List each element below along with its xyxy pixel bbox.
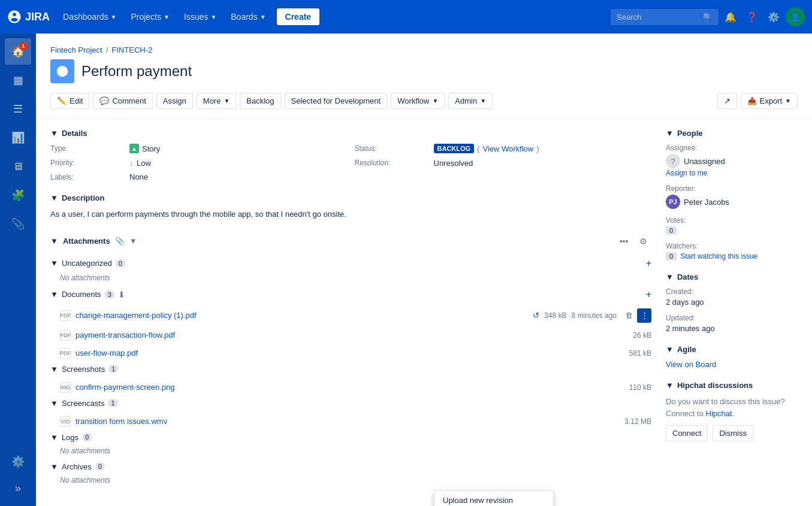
screencasts-category[interactable]: ▼ Screencasts 1 bbox=[50, 396, 651, 410]
file-size-2: 26 kB bbox=[633, 331, 651, 340]
logs-category[interactable]: ▼ Logs 0 bbox=[50, 431, 651, 444]
archives-chevron: ▼ bbox=[50, 462, 58, 471]
help-icon[interactable]: ❓ bbox=[742, 7, 762, 26]
screenshots-chevron: ▼ bbox=[50, 365, 58, 374]
documents-category[interactable]: ▼ Documents 3 ⬇ + bbox=[50, 287, 651, 302]
dashboards-chevron-icon: ▼ bbox=[111, 14, 117, 20]
hipchat-dismiss-button[interactable]: Dismiss bbox=[713, 425, 753, 441]
sidebar-item-home[interactable]: 🏠 1 bbox=[5, 38, 31, 65]
start-watching-link[interactable]: Start watching this issue bbox=[680, 252, 757, 260]
breadcrumb-issue-id[interactable]: FINTECH-2 bbox=[111, 46, 152, 54]
hipchat-section: ▼ Hipchat discussions Do you want to dis… bbox=[666, 381, 798, 441]
agile-section-title[interactable]: ▼ Agile bbox=[666, 345, 798, 354]
attach-settings-button[interactable]: ⚙ bbox=[635, 233, 651, 250]
file-row: PDF payment-transaction-flow.pdf 26 kB bbox=[50, 326, 651, 344]
sidebar-item-monitor[interactable]: 🖥 bbox=[5, 153, 31, 180]
details-section-title[interactable]: ▼ Type: Details bbox=[50, 129, 651, 138]
file-name-screencast-1[interactable]: transition form issues.wmv bbox=[76, 417, 620, 426]
hipchat-link[interactable]: Hipchat bbox=[706, 409, 732, 418]
uncategorized-category[interactable]: ▼ Uncategorized 0 + bbox=[50, 256, 651, 271]
sidebar-item-expand[interactable]: » bbox=[5, 475, 31, 501]
logs-empty: No attachments bbox=[50, 447, 651, 455]
pdf-icon: PDF bbox=[60, 310, 71, 321]
documents-download-icon[interactable]: ⬇ bbox=[118, 290, 125, 299]
notifications-icon[interactable]: 🔔 bbox=[721, 7, 740, 26]
priority-value: ↓ Low bbox=[129, 158, 348, 168]
create-button[interactable]: Create bbox=[277, 8, 320, 25]
edit-button[interactable]: ✏️ Edit bbox=[50, 93, 89, 109]
nav-projects[interactable]: Projects ▼ bbox=[125, 8, 175, 25]
comment-button[interactable]: 💬 Comment bbox=[93, 93, 152, 109]
view-workflow-link[interactable]: View Workflow bbox=[482, 144, 533, 153]
workflow-chevron-icon: ▼ bbox=[432, 98, 438, 104]
backlog-icon: ☰ bbox=[13, 102, 23, 116]
nav-dashboards[interactable]: Dashboards ▼ bbox=[57, 8, 122, 25]
screencasts-chevron: ▼ bbox=[50, 399, 58, 408]
user-avatar[interactable]: 👤 bbox=[786, 7, 805, 26]
export-button[interactable]: 📤 Export ▼ bbox=[741, 93, 798, 109]
settings-icon[interactable]: ⚙️ bbox=[764, 7, 783, 26]
people-section-title[interactable]: ▼ People bbox=[666, 129, 798, 138]
details-collapse-icon: ▼ bbox=[50, 129, 58, 138]
boards-chevron-icon: ▼ bbox=[260, 14, 266, 20]
archives-category[interactable]: ▼ Archives 0 bbox=[50, 460, 651, 474]
description-section-title[interactable]: ▼ Description bbox=[50, 193, 651, 202]
file-name-3[interactable]: user-flow-map.pdf bbox=[76, 349, 624, 357]
assignee-value: ? Unassigned bbox=[666, 154, 798, 168]
file-name-screenshot-1[interactable]: confirm-payment-screen.png bbox=[76, 383, 624, 392]
sidebar-item-settings[interactable]: ⚙️ bbox=[5, 449, 31, 475]
story-type-icon: ▲ bbox=[129, 144, 139, 153]
resolution-value: Unresolved bbox=[434, 158, 652, 168]
nav-boards[interactable]: Boards ▼ bbox=[225, 8, 271, 25]
hipchat-collapse-icon: ▼ bbox=[666, 381, 674, 390]
breadcrumb-project[interactable]: Fintech Project bbox=[50, 46, 102, 54]
updated-label: Updated: bbox=[666, 314, 798, 322]
file-name-2[interactable]: payment-transaction-flow.pdf bbox=[76, 331, 628, 340]
labels-label: Labels: bbox=[50, 172, 122, 181]
hipchat-section-title[interactable]: ▼ Hipchat discussions bbox=[666, 381, 798, 390]
workflow-button[interactable]: Workflow ▼ bbox=[391, 93, 445, 109]
sidebar-item-puzzle[interactable]: 🧩 bbox=[5, 182, 31, 208]
votes-label: Votes: bbox=[666, 216, 798, 225]
view-on-board-link[interactable]: View on Board bbox=[666, 360, 716, 369]
file-more-icon-active[interactable]: ⋮ bbox=[637, 308, 651, 323]
admin-button[interactable]: Admin ▼ bbox=[448, 93, 493, 109]
monitor-icon: 🖥 bbox=[13, 160, 23, 173]
dates-section-title[interactable]: ▼ Dates bbox=[666, 272, 798, 281]
assign-button[interactable]: Assign bbox=[156, 93, 193, 109]
screenshots-category[interactable]: ▼ Screenshots 1 bbox=[50, 362, 651, 376]
file-name-1[interactable]: change-management-policy (1).pdf bbox=[76, 311, 528, 320]
created-value: 2 days ago bbox=[666, 298, 798, 307]
screencasts-count: 1 bbox=[108, 399, 117, 407]
documents-add-button[interactable]: + bbox=[646, 289, 651, 300]
hipchat-connect-button[interactable]: Connect bbox=[666, 425, 708, 441]
nav-issues[interactable]: Issues ▼ bbox=[178, 8, 222, 25]
attach-menu-button[interactable]: ••• bbox=[615, 233, 632, 250]
attach-actions: ••• ⚙ bbox=[615, 233, 651, 250]
sidebar-item-backlog[interactable]: ☰ bbox=[5, 96, 31, 122]
search-icon: 🔍 bbox=[703, 13, 713, 22]
share-button[interactable]: ↗ bbox=[717, 93, 737, 109]
sidebar-bottom: ⚙️ » bbox=[5, 449, 31, 501]
file-refresh-icon[interactable]: ↺ bbox=[533, 311, 539, 320]
app-logo[interactable]: JIRA bbox=[7, 10, 50, 24]
sidebar-item-paperclip[interactable]: 📎 bbox=[5, 211, 31, 237]
backlog-button[interactable]: Backlog bbox=[240, 93, 280, 109]
uncategorized-add-button[interactable]: + bbox=[646, 258, 651, 269]
reporter-value: PJ Peter Jacobs bbox=[666, 195, 798, 209]
priority-icon: ↓ bbox=[129, 158, 134, 168]
logs-chevron: ▼ bbox=[50, 433, 58, 442]
status-badge[interactable]: BACKLOG bbox=[434, 144, 475, 153]
sidebar-item-board[interactable]: ▦ bbox=[5, 67, 31, 93]
assign-to-me-link[interactable]: Assign to me bbox=[666, 169, 707, 177]
more-button[interactable]: More ▼ bbox=[197, 93, 237, 109]
attach-sort-icon[interactable]: ▼ bbox=[129, 237, 137, 246]
menu-upload-revision[interactable]: Upload new revision bbox=[434, 491, 553, 506]
sidebar-item-reports[interactable]: 📊 bbox=[5, 125, 31, 151]
file-delete-icon[interactable]: 🗑 bbox=[621, 308, 636, 323]
selected-for-development-button[interactable]: Selected for Development bbox=[285, 93, 388, 109]
search-input[interactable]: Search 🔍 bbox=[611, 9, 719, 25]
description-section: ▼ Description As a user, I can perform p… bbox=[50, 193, 651, 221]
attach-icon: 📎 bbox=[115, 237, 125, 246]
attachments-collapse-icon: ▼ bbox=[50, 237, 58, 246]
